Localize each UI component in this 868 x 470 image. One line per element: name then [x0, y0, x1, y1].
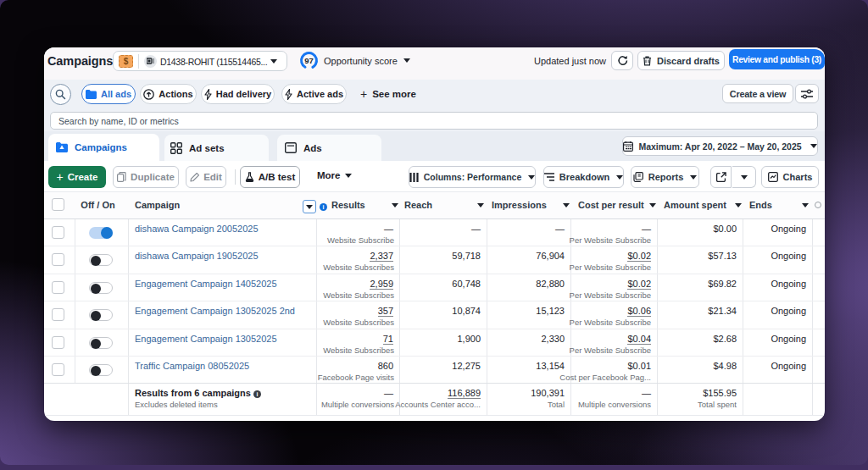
svg-text:97: 97 [304, 56, 314, 65]
